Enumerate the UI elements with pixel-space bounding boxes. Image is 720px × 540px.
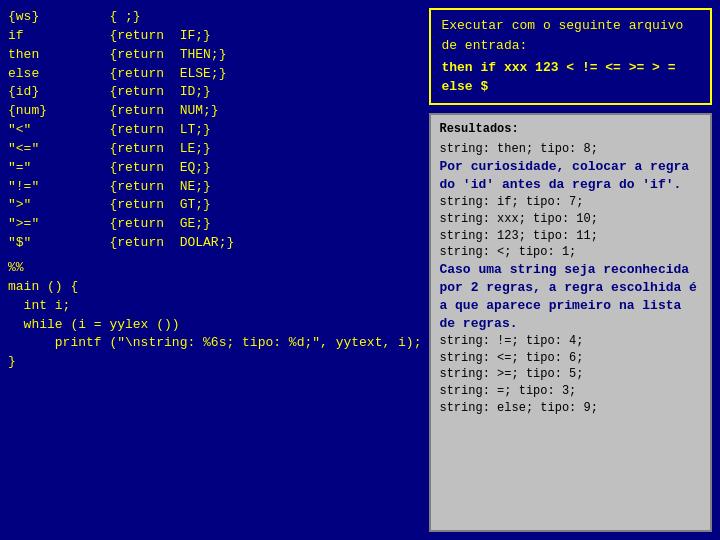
tokens-display: then if xxx 123 < != <= >= > = else $ [441, 59, 700, 97]
result-item: string: 123; tipo: 11; [439, 228, 702, 245]
result-item: string: then; tipo: 8; [439, 141, 702, 158]
results-box: Resultados: string: then; tipo: 8;Por cu… [429, 113, 712, 532]
overlay-text-2: Caso uma string seja reconhecida por 2 r… [439, 261, 702, 334]
results-content: string: then; tipo: 8;Por curiosidade, c… [439, 141, 702, 416]
result-item: string: >=; tipo: 5; [439, 366, 702, 383]
result-item: string: <; tipo: 1; [439, 244, 702, 261]
result-item: string: !=; tipo: 4; [439, 333, 702, 350]
left-code-block: {ws} { ;} if {return IF;} then {return T… [8, 8, 421, 253]
input-description-title: Executar com o seguinte arquivo de entra… [441, 16, 700, 55]
result-item: string: if; tipo: 7; [439, 194, 702, 211]
input-description-box: Executar com o seguinte arquivo de entra… [429, 8, 712, 105]
result-item: string: <=; tipo: 6; [439, 350, 702, 367]
result-item: string: else; tipo: 9; [439, 400, 702, 417]
overlay-text-1: Por curiosidade, colocar a regra do 'id'… [439, 158, 702, 194]
result-item: string: =; tipo: 3; [439, 383, 702, 400]
bottom-code-block: %% main () { int i; while (i = yylex ())… [8, 259, 421, 372]
result-item: string: xxx; tipo: 10; [439, 211, 702, 228]
results-title: Resultados: [439, 121, 702, 138]
